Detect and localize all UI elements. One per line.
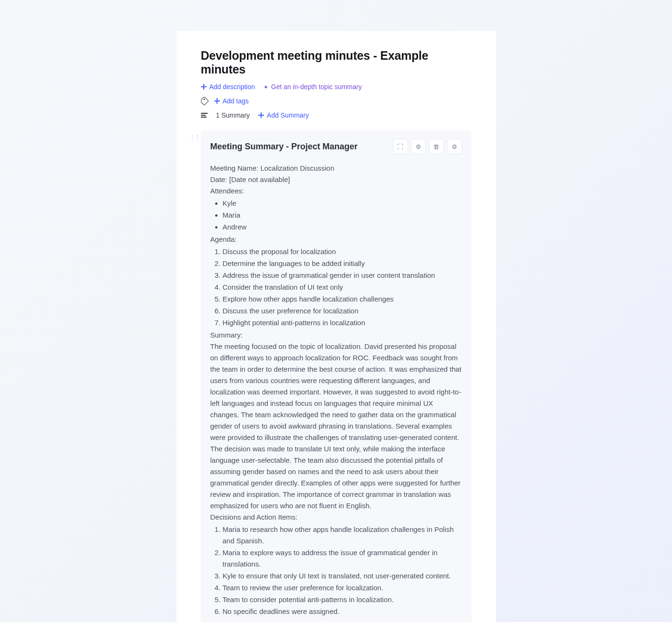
add-description-button[interactable]: Add description [201, 83, 255, 91]
summary-title: Meeting Summary - Project Manager [210, 142, 358, 152]
attendees-list: KyleMariaAndrew [210, 198, 462, 233]
tag-icon [200, 96, 209, 106]
summary-count: 1 Summary [216, 111, 250, 119]
plus-icon [214, 98, 220, 104]
decisions-label: Decisions and Action Items: [210, 512, 462, 523]
trash-icon: 🗑 [433, 143, 439, 150]
add-summary-label: Add Summary [267, 111, 309, 119]
list-item: Maria [223, 210, 462, 221]
summary-meta-row: 1 Summary Add Summary [201, 111, 472, 119]
summary-lines-icon [201, 113, 208, 118]
summary-label: Summary: [210, 329, 462, 341]
sparkle-icon [263, 83, 268, 91]
summary-text: The meeting focused on the topic of loca… [210, 341, 462, 512]
gear-icon: ⚙ [416, 143, 421, 150]
delete-button[interactable]: 🗑 [429, 139, 444, 154]
list-item: Maria to research how other apps handle … [223, 524, 462, 547]
document-card: Development meeting minutes - Example mi… [176, 31, 496, 622]
list-item: Kyle to ensure that only UI text is tran… [223, 570, 462, 582]
list-item: Address the issue of grammatical gender … [223, 270, 462, 281]
gear-icon: ⚙ [452, 143, 457, 150]
meeting-name-line: Meeting Name: Localization Discussion [210, 163, 462, 174]
ai-summary-button[interactable]: Get an in-depth topic summary [263, 83, 362, 91]
plus-icon [201, 84, 207, 90]
ai-summary-label: Get an in-depth topic summary [271, 83, 362, 91]
add-tags-label: Add tags [223, 97, 249, 105]
date-line: Date: [Date not available] [210, 174, 462, 185]
attendees-label: Attendees: [210, 185, 462, 197]
summary-body: Meeting Name: Localization Discussion Da… [210, 163, 462, 622]
summary-block: Meeting Summary - Project Manager ⛶ ⚙ 🗑 … [201, 130, 472, 622]
plus-icon [258, 112, 264, 118]
decisions-list: Maria to research how other apps handle … [210, 524, 462, 617]
list-item: Andrew [223, 221, 462, 233]
settings-button[interactable]: ⚙ [411, 139, 426, 154]
agenda-list: Discuss the proposal for localizationDet… [210, 246, 462, 329]
list-item: Determine the languages to be added init… [223, 258, 462, 269]
drag-handle-icon[interactable]: ⋮⋮ [190, 136, 195, 144]
more-settings-button[interactable]: ⚙ [447, 139, 462, 154]
meeting-name-value: Localization Discussion [260, 164, 334, 172]
expand-button[interactable]: ⛶ [393, 139, 408, 154]
add-description-label: Add description [209, 83, 255, 91]
summary-header: Meeting Summary - Project Manager ⛶ ⚙ 🗑 … [210, 139, 462, 154]
add-tags-button[interactable]: Add tags [214, 97, 249, 105]
summary-block-wrap: ⋮⋮ Meeting Summary - Project Manager ⛶ ⚙… [190, 130, 472, 622]
list-item: Team to review the user preference for l… [223, 582, 462, 594]
date-value: [Date not available] [229, 175, 290, 183]
list-item: Explore how other apps handle localizati… [223, 293, 462, 305]
meeting-name-label: Meeting Name: [210, 164, 261, 172]
list-item: Kyle [223, 198, 462, 209]
list-item: No specific deadlines were assigned. [223, 606, 462, 617]
list-item: Discuss the proposal for localization [223, 246, 462, 257]
add-summary-button[interactable]: Add Summary [258, 111, 309, 119]
list-item: Team to consider potential anti-patterns… [223, 594, 462, 605]
date-label: Date: [210, 175, 229, 183]
list-item: Maria to explore ways to address the iss… [223, 547, 462, 570]
agenda-label: Agenda: [210, 234, 462, 245]
list-item: Consider the translation of UI text only [223, 282, 462, 293]
page-title: Development meeting minutes - Example mi… [201, 49, 472, 76]
tags-row: Add tags [201, 97, 472, 105]
header-actions: Add description Get an in-depth topic su… [201, 83, 472, 91]
list-item: Discuss the user preference for localiza… [223, 305, 462, 317]
summary-actions: ⛶ ⚙ 🗑 ⚙ [393, 139, 462, 154]
list-item: Highlight potential anti-patterns in loc… [223, 317, 462, 329]
expand-icon: ⛶ [397, 143, 403, 150]
